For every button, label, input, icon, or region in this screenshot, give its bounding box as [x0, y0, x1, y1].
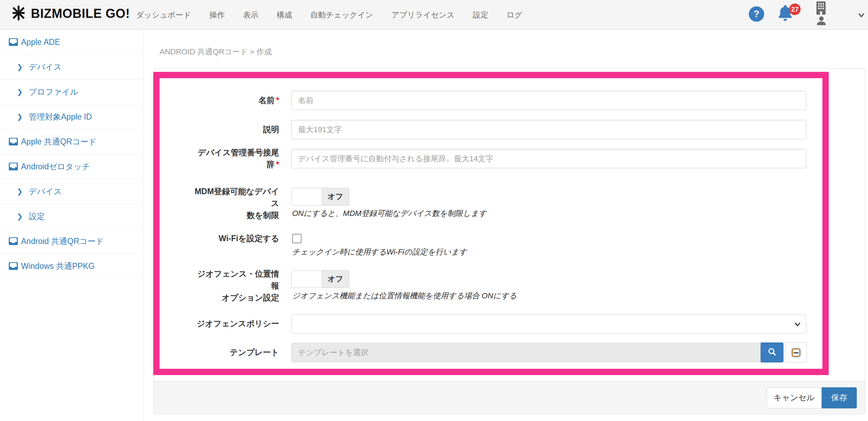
template-input[interactable]	[291, 343, 761, 362]
nav-configuration[interactable]: 構成	[277, 10, 292, 20]
nav-dashboard[interactable]: ダッシュボード	[136, 10, 191, 20]
sidebar-item-label: デバイス	[29, 62, 62, 73]
description-label: 説明	[190, 120, 279, 139]
required-mark: *	[276, 160, 279, 169]
form-body: 名前* 説明 デバイス管理番号接尾 辞* MDM登録可能なデバイス 数を制限	[154, 69, 865, 381]
toggle-off-label: オフ	[322, 188, 349, 205]
main-content: ANDROID 共通QRコード » 作成 名前* 説明 デバイス管理番号接尾 辞…	[144, 30, 868, 421]
description-input[interactable]	[291, 120, 806, 139]
wifi-label: Wi-Fiを設定する	[190, 233, 279, 244]
nav-auto-checkin[interactable]: 自動チェックイン	[310, 10, 373, 20]
sidebar-item-apple-common-qr[interactable]: Apple 共通QRコード	[0, 129, 143, 154]
cancel-button[interactable]: キャンセル	[767, 387, 822, 408]
chevron-right-icon: ❯	[17, 113, 23, 121]
wifi-helper: チェックイン時に使用するWi-Fiの設定を行います	[292, 247, 467, 257]
template-search-button[interactable]	[761, 342, 783, 362]
main-menu: ダッシュボード 操作 表示 構成 自動チェックイン アプリライセンス 設定 ログ	[136, 0, 522, 30]
sidebar-item-apple-ade[interactable]: Apple ADE	[0, 30, 143, 55]
toggle-handle	[292, 271, 322, 287]
notifications-button[interactable]: 27	[776, 4, 801, 26]
template-label: テンプレート	[190, 343, 279, 362]
name-input[interactable]	[291, 91, 806, 110]
name-label: 名前*	[190, 91, 279, 110]
nav-operations[interactable]: 操作	[209, 10, 225, 20]
wifi-checkbox[interactable]	[292, 234, 302, 243]
mdm-limit-label: MDM登録可能なデバイス 数を制限	[190, 185, 279, 221]
sidebar-item-label: デバイス	[29, 186, 62, 197]
collapse-icon	[792, 348, 800, 357]
sidebar-item-label: プロファイル	[29, 87, 78, 97]
inbox-icon	[9, 138, 18, 148]
sidebar-item-android-common-qr[interactable]: Android 共通QRコード	[0, 229, 143, 254]
bell-icon	[776, 19, 794, 25]
template-collapse-button[interactable]	[785, 342, 807, 362]
chevron-right-icon: ❯	[17, 88, 23, 96]
select-chevron-down-icon	[793, 320, 802, 330]
mdm-limit-toggle[interactable]: オフ	[291, 188, 349, 205]
device-suffix-label: デバイス管理番号接尾 辞*	[190, 147, 279, 170]
chevron-right-icon: ❯	[17, 212, 23, 220]
inbox-icon	[9, 38, 18, 48]
top-nav: BIZMOBILE GO! ダッシュボード 操作 表示 構成 自動チェックイン …	[0, 0, 868, 30]
nav-settings[interactable]: 設定	[473, 10, 488, 20]
form-card: 名前* 説明 デバイス管理番号接尾 辞* MDM登録可能なデバイス 数を制限	[154, 68, 865, 414]
form-footer: キャンセル 保存	[154, 381, 865, 414]
chevron-down-icon[interactable]	[856, 10, 867, 22]
sidebar-item-settings-android[interactable]: ❯ 設定	[0, 204, 143, 229]
sidebar-item-profiles[interactable]: ❯ プロファイル	[0, 80, 143, 104]
geofence-policy-select[interactable]	[291, 314, 806, 333]
breadcrumb: ANDROID 共通QRコード » 作成	[160, 47, 272, 57]
save-button[interactable]: 保存	[822, 387, 857, 408]
notification-badge: 27	[789, 4, 801, 15]
sidebar-item-label: Windows 共通PPKG	[21, 261, 95, 272]
chevron-right-icon: ❯	[17, 63, 23, 71]
chevron-right-icon: ❯	[17, 187, 23, 196]
sidebar-item-windows-common-ppkg[interactable]: Windows 共通PPKG	[0, 254, 143, 279]
inbox-icon	[9, 262, 18, 272]
logo[interactable]: BIZMOBILE GO!	[11, 5, 130, 22]
account-org-button[interactable]	[815, 1, 827, 29]
sidebar-item-label: Android 共通QRコード	[21, 236, 104, 247]
device-suffix-input[interactable]	[291, 149, 806, 168]
logo-asterisk-icon	[11, 5, 27, 22]
inbox-icon	[9, 237, 18, 247]
nav-view[interactable]: 表示	[243, 10, 258, 20]
geofence-option-label: ジオフェンス・位置情報 オプション設定	[190, 268, 279, 304]
sidebar-item-label: 管理対象Apple ID	[29, 111, 92, 122]
toggle-handle	[292, 188, 322, 205]
help-icon[interactable]: ?	[749, 6, 764, 22]
sidebar-item-label: Apple ADE	[21, 38, 60, 47]
mdm-limit-helper: ONにすると、MDM登録可能なデバイス数を制限します	[292, 208, 486, 219]
building-icon	[815, 1, 827, 16]
sidebar-item-devices-android[interactable]: ❯ デバイス	[0, 179, 143, 204]
user-icon	[816, 15, 827, 27]
required-mark: *	[276, 96, 279, 105]
geofence-option-helper: ジオフェンス機能または位置情報機能を使用する場合 ONにする	[292, 291, 517, 301]
geofence-policy-label: ジオフェンスポリシー	[190, 314, 279, 333]
toggle-off-label: オフ	[322, 271, 349, 287]
logo-text: BIZMOBILE GO!	[31, 6, 130, 21]
inbox-icon	[9, 163, 18, 172]
geofence-option-toggle[interactable]: オフ	[291, 270, 349, 288]
screen: BIZMOBILE GO! ダッシュボード 操作 表示 構成 自動チェックイン …	[0, 0, 868, 421]
sidebar: Apple ADE ❯ デバイス ❯ プロファイル ❯ 管理対象Apple ID…	[0, 30, 144, 421]
sidebar-item-label: 設定	[29, 211, 45, 222]
sidebar-item-devices[interactable]: ❯ デバイス	[0, 55, 143, 80]
search-icon	[767, 347, 777, 358]
nav-app-license[interactable]: アプリライセンス	[391, 10, 455, 20]
sidebar-item-android-zero-touch[interactable]: Androidゼロタッチ	[0, 154, 143, 179]
sidebar-item-managed-apple-id[interactable]: ❯ 管理対象Apple ID	[0, 104, 143, 129]
sidebar-item-label: Apple 共通QRコード	[21, 136, 97, 147]
nav-log[interactable]: ログ	[506, 10, 522, 20]
sidebar-item-label: Androidゼロタッチ	[21, 161, 90, 172]
